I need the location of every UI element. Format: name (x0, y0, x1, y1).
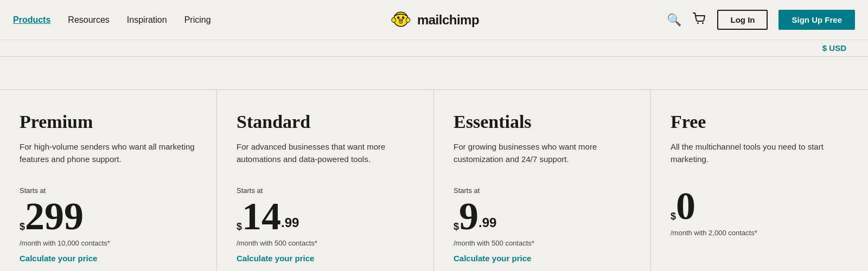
navbar: Products Resources Inspiration Pricing (0, 0, 868, 40)
price-period-essentials: /month with 500 contacts* (454, 239, 631, 247)
calc-link-standard[interactable]: Calculate your price (237, 254, 314, 263)
price-main-premium: 299 (25, 197, 84, 236)
nav-item-inspiration[interactable]: Inspiration (127, 15, 167, 25)
calc-link-essentials[interactable]: Calculate your price (454, 254, 531, 263)
svg-point-10 (401, 20, 402, 21)
svg-point-9 (399, 20, 400, 21)
price-main-free: 0 (676, 186, 695, 225)
calc-link-premium[interactable]: Calculate your price (20, 254, 97, 263)
usd-bar: $ USD (0, 40, 868, 57)
pricing-col-essentials: Essentials For growing businesses who wa… (434, 90, 651, 271)
pricing-col-standard: Standard For advanced businesses that wa… (217, 90, 434, 271)
nav-item-products[interactable]: Products (13, 15, 50, 25)
pricing-col-free: Free All the multichannel tools you need… (651, 90, 868, 271)
login-button[interactable]: Log In (717, 10, 768, 30)
nav-left: Products Resources Inspiration Pricing (13, 15, 211, 25)
price-row-free: $ 0 (671, 186, 848, 225)
svg-point-7 (403, 17, 404, 17)
starts-at-standard: Starts at (237, 186, 414, 195)
price-main-essentials: 9 (459, 197, 478, 236)
price-period-standard: /month with 500 contacts* (237, 239, 414, 247)
price-dollar-essentials: $ (454, 222, 459, 231)
cart-icon[interactable] (692, 11, 706, 29)
svg-point-3 (406, 17, 410, 22)
plan-name-essentials: Essentials (454, 112, 631, 132)
plan-desc-essentials: For growing businesses who want more cus… (454, 141, 631, 173)
nav-item-pricing[interactable]: Pricing (184, 15, 211, 25)
price-cents-standard: .99 (281, 216, 299, 229)
price-row-standard: $ 14 .99 (237, 197, 414, 236)
nav-right: 🔍 Log In Sign Up Free (667, 10, 855, 30)
price-main-standard: 14 (242, 197, 281, 236)
svg-point-12 (702, 22, 704, 24)
usd-selector[interactable]: $ USD (822, 43, 846, 53)
plan-name-standard: Standard (237, 112, 414, 132)
plan-desc-standard: For advanced businesses that want more a… (237, 141, 414, 173)
plan-desc-premium: For high-volume senders who want all mar… (20, 141, 197, 173)
spacer (0, 57, 868, 89)
price-period-premium: /month with 10,000 contacts* (20, 239, 197, 247)
svg-point-4 (397, 16, 399, 19)
svg-point-5 (402, 16, 404, 19)
price-period-free: /month with 2,000 contacts* (671, 229, 848, 237)
pricing-grid: Premium For high-volume senders who want… (0, 89, 868, 271)
price-dollar-free: $ (671, 211, 676, 221)
price-row-premium: $ 299 (20, 197, 197, 236)
price-cents-essentials: .99 (478, 216, 496, 229)
mailchimp-logo-icon (389, 8, 413, 32)
starts-at-premium: Starts at (20, 186, 197, 195)
price-dollar-standard: $ (237, 222, 242, 231)
svg-point-11 (697, 22, 699, 24)
brand-name: mailchimp (417, 12, 479, 28)
pricing-col-premium: Premium For high-volume senders who want… (0, 90, 217, 271)
svg-point-6 (398, 17, 399, 17)
price-dollar-premium: $ (20, 222, 25, 231)
price-row-essentials: $ 9 .99 (454, 197, 631, 236)
starts-at-essentials: Starts at (454, 186, 631, 195)
nav-center: mailchimp (389, 8, 479, 32)
svg-point-2 (392, 17, 395, 22)
plan-desc-free: All the multichannel tools you need to s… (671, 141, 848, 173)
nav-item-resources[interactable]: Resources (68, 15, 109, 25)
plan-name-free: Free (671, 112, 848, 132)
plan-name-premium: Premium (20, 112, 197, 132)
search-icon[interactable]: 🔍 (667, 13, 681, 27)
signup-button[interactable]: Sign Up Free (778, 10, 855, 30)
